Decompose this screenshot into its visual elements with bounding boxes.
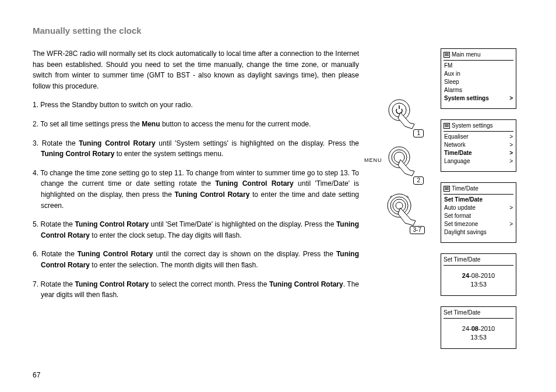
menu-button-icon <box>385 144 420 179</box>
menu-item: Set timezone> <box>444 220 513 228</box>
step-3: 3. Rotate the Tuning Control Rotary unti… <box>33 138 359 160</box>
menu-item: Daylight savings <box>444 228 513 236</box>
screen-title: Time/Date <box>452 185 478 193</box>
menu-item-selected: Time/Date> <box>444 149 513 157</box>
intro-paragraph: The WFR-28C radio will normally set its … <box>33 48 359 91</box>
step-6: 6. Rotate the Tuning Control Rotary unti… <box>33 249 359 270</box>
screen-previews-column: Main menu FM Aux in Sleep Alarms System … <box>441 48 516 349</box>
rotary-icon <box>384 192 421 229</box>
menu-item: Alarms <box>444 86 513 94</box>
menu-item: Sleep <box>444 78 513 86</box>
instructions-text: The WFR-28C radio will normally set its … <box>33 48 371 349</box>
date-display: 24-08-2010 13:53 <box>444 320 513 342</box>
menu-item: Auto update> <box>444 204 513 212</box>
menu-item-selected: System settings> <box>444 94 513 103</box>
step-5: 5. Rotate the Tuning Control Rotary unti… <box>33 219 359 241</box>
step-tag-1: 1 <box>413 129 424 137</box>
svg-point-4 <box>394 152 404 163</box>
menu-item: Language> <box>444 157 513 165</box>
menu-item: Aux in <box>444 70 513 78</box>
step-4: 4. To change the time zone setting go to… <box>33 168 359 211</box>
set-time-date-screen-day: Set Time/Date 24-08-2010 13:53 <box>441 253 516 296</box>
step-1: 1. Press the Standby button to switch on… <box>33 100 359 111</box>
step-tag-3-7: 3-7 <box>410 226 425 234</box>
date-display: 24-08-2010 13:53 <box>444 267 513 289</box>
page-title: Manually setting the clock <box>33 26 527 36</box>
set-time-date-screen-month: Set Time/Date 24-08-2010 13:53 <box>441 306 516 349</box>
step-7: 7. Rotate the Tuning Control Rotary to s… <box>33 279 359 301</box>
screen-title: Set Time/Date <box>444 309 480 317</box>
screen-title: Main menu <box>452 51 480 59</box>
menu-item: FM <box>444 62 513 70</box>
menu-item: Network> <box>444 141 513 149</box>
standby-button-illustration: 1 <box>385 97 420 134</box>
power-icon <box>385 97 420 132</box>
main-menu-screen: Main menu FM Aux in Sleep Alarms System … <box>441 48 516 109</box>
system-settings-screen: System settings Equaliser> Network> Time… <box>441 119 516 172</box>
screen-title: System settings <box>452 122 493 130</box>
step-2: 2. To set all time settings press the Me… <box>33 119 359 130</box>
list-icon <box>444 52 450 58</box>
menu-item-selected: Set Time/Date <box>444 196 513 204</box>
page-number: 67 <box>33 371 40 379</box>
illustration-column: 1 MENU 2 3-7 <box>371 48 435 349</box>
body-row: The WFR-28C radio will normally set its … <box>33 48 527 349</box>
screen-title: Set Time/Date <box>444 256 480 264</box>
time-date-screen: Time/Date Set Time/Date Auto update> Set… <box>441 182 516 243</box>
list-icon <box>444 186 450 192</box>
list-icon <box>444 123 450 129</box>
menu-label: MENU <box>364 157 382 163</box>
rotary-control-illustration: 3-7 <box>384 192 421 231</box>
menu-item: Equaliser> <box>444 133 513 141</box>
menu-item: Set format <box>444 212 513 220</box>
step-tag-2: 2 <box>413 176 424 185</box>
menu-button-illustration: MENU 2 <box>385 144 420 181</box>
svg-point-8 <box>396 202 403 209</box>
